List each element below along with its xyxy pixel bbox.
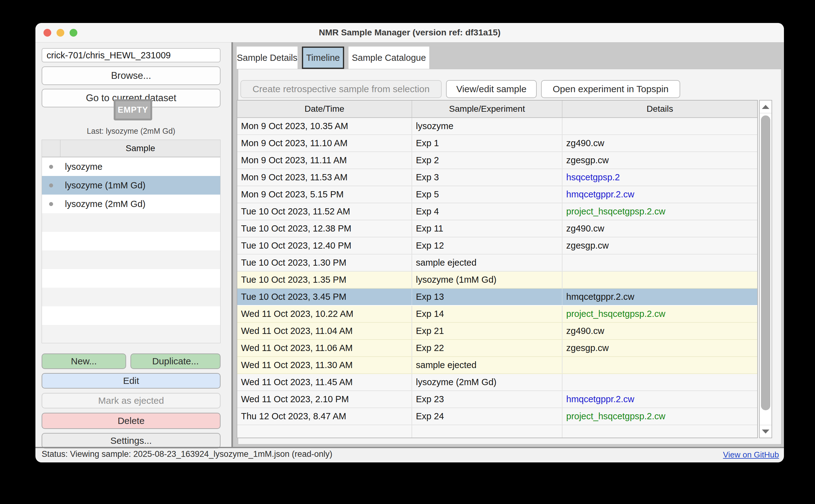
scrollbar-thumb[interactable] <box>761 115 770 410</box>
view-on-github-link[interactable]: View on GitHub <box>723 450 779 460</box>
timeline-row[interactable]: Mon 9 Oct 2023, 5.15 PMExp 5hmqcetgppr.2… <box>237 186 757 203</box>
sample-list-empty-row[interactable] <box>42 325 220 343</box>
sample-list-empty-row[interactable] <box>42 250 220 269</box>
timeline-row[interactable]: Thu 12 Oct 2023, 8.47 AMExp 24project_hs… <box>237 408 757 425</box>
timeline-cell-details: hmqcetgppr.2.cw <box>562 186 757 203</box>
timeline-row[interactable]: Wed 11 Oct 2023, 11.30 AMsample ejected <box>237 357 757 374</box>
sample-list-empty-row[interactable] <box>42 306 220 325</box>
timeline-cell-sample-experiment: lysozyme (2mM Gd) <box>412 374 562 390</box>
tab-sample-catalogue[interactable]: Sample Catalogue <box>349 47 429 69</box>
timeline-cell-details: zgesgp.cw <box>562 237 757 254</box>
timeline-cell-datetime: Wed 11 Oct 2023, 11.45 AM <box>237 374 412 390</box>
timeline-table-header: Date/Time Sample/Experiment Details <box>237 101 757 118</box>
sample-column-header: Sample <box>61 140 220 157</box>
timeline-row[interactable]: Tue 10 Oct 2023, 12.40 PMExp 12zgesgp.cw <box>237 237 757 254</box>
sample-list-header: Sample <box>42 140 220 157</box>
timeline-cell-details <box>562 254 757 271</box>
sample-list-row[interactable]: lysozyme (1mM Gd) <box>42 176 220 195</box>
zoom-icon[interactable] <box>70 29 77 37</box>
sample-list-empty-row[interactable] <box>42 213 220 232</box>
column-header-sample-experiment[interactable]: Sample/Experiment <box>412 101 562 117</box>
timeline-cell-datetime: Tue 10 Oct 2023, 3.45 PM <box>237 289 412 305</box>
timeline-row[interactable]: Wed 11 Oct 2023, 11.06 AMExp 22zgesgp.cw <box>237 340 757 357</box>
timeline-row[interactable]: Wed 11 Oct 2023, 2.10 PMExp 23hmqcetgppr… <box>237 391 757 408</box>
timeline-cell-details: hmqcetgppr.2.cw <box>562 391 757 407</box>
duplicate-sample-button[interactable]: Duplicate... <box>130 353 221 369</box>
scroll-up-button[interactable] <box>760 101 772 113</box>
timeline-row[interactable]: Tue 10 Oct 2023, 12.38 PMExp 11zg490.cw <box>237 220 757 237</box>
tab-timeline[interactable]: Timeline <box>302 47 344 69</box>
sample-list-row[interactable]: lysozyme (2mM Gd) <box>42 195 220 213</box>
sample-list-row[interactable]: lysozyme <box>42 157 220 176</box>
view-edit-sample-button[interactable]: View/edit sample <box>446 80 537 98</box>
sample-status-dot-icon <box>49 183 53 187</box>
timeline-cell-details: zg490.cw <box>562 135 757 151</box>
timeline-cell-datetime: Wed 11 Oct 2023, 10.22 AM <box>237 306 412 322</box>
timeline-cell-datetime: Mon 9 Oct 2023, 11.11 AM <box>237 152 412 169</box>
timeline-row[interactable] <box>237 425 757 438</box>
timeline-cell-sample-experiment: Exp 1 <box>412 135 562 151</box>
minimize-icon[interactable] <box>56 29 64 37</box>
timeline-cell-sample-experiment <box>412 425 562 438</box>
new-sample-button[interactable]: New... <box>42 353 126 369</box>
timeline-row[interactable]: Wed 11 Oct 2023, 11.04 AMExp 21zg490.cw <box>237 323 757 340</box>
sample-status-column-header <box>42 140 61 157</box>
timeline-cell-details: hsqcetgpsp.2 <box>562 169 757 186</box>
timeline-cell-details: project_hsqcetgpsp.2.cw <box>562 203 757 220</box>
title-bar: NMR Sample Manager (version ref: df31a15… <box>35 23 784 43</box>
timeline-cell-datetime: Tue 10 Oct 2023, 12.40 PM <box>237 237 412 254</box>
edit-sample-button[interactable]: Edit <box>42 373 221 389</box>
sample-list-empty-row[interactable] <box>42 269 220 288</box>
timeline-cell-datetime: Mon 9 Oct 2023, 11.10 AM <box>237 135 412 151</box>
dataset-path-input[interactable] <box>42 48 221 62</box>
timeline-row[interactable]: Tue 10 Oct 2023, 11.52 AMExp 4project_hs… <box>237 203 757 220</box>
timeline-row[interactable]: Tue 10 Oct 2023, 1.35 PMlysozyme (1mM Gd… <box>237 272 757 289</box>
timeline-row[interactable]: Tue 10 Oct 2023, 3.45 PMExp 13hmqcetgppr… <box>237 289 757 306</box>
window-controls <box>43 29 77 37</box>
timeline-cell-datetime <box>237 425 412 438</box>
settings-button[interactable]: Settings... <box>42 433 221 448</box>
column-header-datetime[interactable]: Date/Time <box>237 101 412 117</box>
timeline-cell-details: zg490.cw <box>562 323 757 339</box>
open-in-topspin-button[interactable]: Open experiment in Topspin <box>541 80 680 98</box>
timeline-cell-details: project_hsqcetgpsp.2.cw <box>562 306 757 322</box>
timeline-cell-sample-experiment: Exp 2 <box>412 152 562 169</box>
sample-status-dot-icon <box>49 202 53 206</box>
timeline-scrollbar[interactable] <box>759 100 772 438</box>
timeline-row[interactable]: Mon 9 Oct 2023, 11.11 AMExp 2zgesgp.cw <box>237 152 757 169</box>
sample-name: lysozyme (1mM Gd) <box>60 180 145 191</box>
timeline-row[interactable]: Wed 11 Oct 2023, 10.22 AMExp 14project_h… <box>237 306 757 323</box>
browse-button[interactable]: Browse... <box>42 66 221 85</box>
tab-sample-details[interactable]: Sample Details <box>237 47 298 69</box>
sample-list-empty-row[interactable] <box>42 288 220 306</box>
timeline-cell-sample-experiment: Exp 5 <box>412 186 562 203</box>
timeline-cell-details <box>562 425 757 438</box>
timeline-cell-sample-experiment: Exp 12 <box>412 237 562 254</box>
timeline-row[interactable]: Tue 10 Oct 2023, 1.30 PMsample ejected <box>237 254 757 272</box>
close-icon[interactable] <box>43 29 51 37</box>
timeline-cell-sample-experiment: Exp 13 <box>412 289 562 305</box>
timeline-cell-details: zg490.cw <box>562 220 757 237</box>
timeline-cell-details <box>562 272 757 288</box>
timeline-cell-datetime: Wed 11 Oct 2023, 11.06 AM <box>237 340 412 356</box>
magnet-empty-indicator[interactable]: EMPTY <box>114 99 152 120</box>
timeline-row[interactable]: Mon 9 Oct 2023, 11.10 AMExp 1zg490.cw <box>237 135 757 152</box>
timeline-cell-sample-experiment: sample ejected <box>412 357 562 373</box>
timeline-row[interactable]: Mon 9 Oct 2023, 11.53 AMExp 3hsqcetgpsp.… <box>237 169 757 186</box>
delete-sample-button[interactable]: Delete <box>42 413 221 429</box>
timeline-cell-datetime: Mon 9 Oct 2023, 5.15 PM <box>237 186 412 203</box>
timeline-row[interactable]: Mon 9 Oct 2023, 10.35 AMlysozyme <box>237 118 757 135</box>
timeline-cell-sample-experiment: Exp 23 <box>412 391 562 407</box>
timeline-table: Date/Time Sample/Experiment Details Mon … <box>237 100 758 438</box>
status-text: Status: Viewing sample: 2025-08-23_16392… <box>42 449 332 459</box>
scroll-up-icon <box>762 105 769 109</box>
sample-list-table: Sample lysozymelysozyme (1mM Gd)lysozyme… <box>42 140 221 343</box>
sample-list-empty-row[interactable] <box>42 232 220 250</box>
timeline-row[interactable]: Wed 11 Oct 2023, 11.45 AMlysozyme (2mM G… <box>237 374 757 391</box>
column-header-details[interactable]: Details <box>562 101 757 117</box>
mark-as-ejected-button[interactable]: Mark as ejected <box>42 393 221 408</box>
create-retrospective-sample-button[interactable]: Create retrospective sample from selecti… <box>241 80 442 98</box>
timeline-cell-datetime: Wed 11 Oct 2023, 11.30 AM <box>237 357 412 373</box>
scroll-down-button[interactable] <box>760 425 772 438</box>
timeline-cell-sample-experiment: sample ejected <box>412 254 562 271</box>
